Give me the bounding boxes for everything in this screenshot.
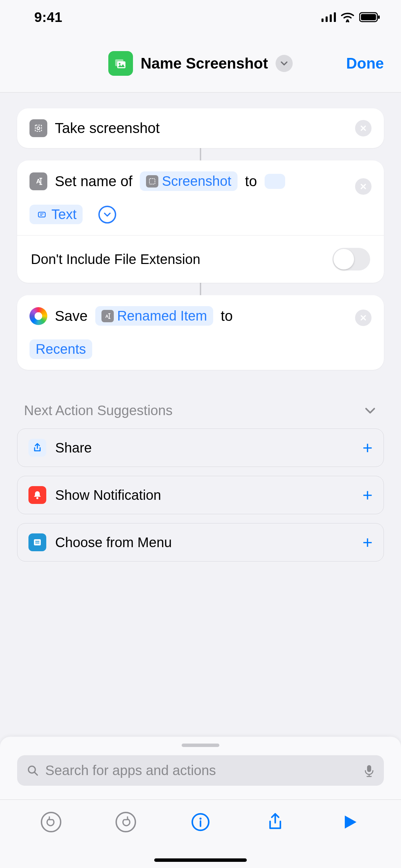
file-extension-toggle[interactable] [332, 248, 370, 270]
svg-rect-0 [321, 19, 324, 22]
svg-rect-3 [334, 12, 336, 22]
action-label: Take screenshot [55, 120, 160, 136]
redo-icon [120, 816, 132, 828]
screenshot-icon [29, 119, 47, 137]
status-bar: 9:41 [0, 0, 401, 34]
name-value-field[interactable] [265, 174, 285, 189]
suggestions-title: Next Action Suggestions [24, 403, 173, 418]
svg-line-30 [35, 772, 37, 775]
variable-label: Screenshot [162, 173, 231, 189]
screenshot-variable-icon [146, 175, 158, 188]
variable-screenshot-token[interactable]: Screenshot [140, 171, 237, 191]
cellular-icon [321, 12, 336, 22]
info-button[interactable] [189, 810, 212, 834]
shortcut-options-dropdown[interactable] [276, 55, 293, 72]
add-suggestion-button[interactable]: + [363, 438, 373, 458]
action-take-screenshot[interactable]: Take screenshot [17, 108, 384, 148]
svg-rect-7 [378, 15, 380, 19]
variable-text-token[interactable]: Text [29, 205, 83, 224]
svg-point-10 [119, 63, 121, 64]
suggestions-header[interactable]: Next Action Suggestions [17, 382, 384, 429]
drawer-handle[interactable] [182, 744, 219, 747]
close-icon [360, 314, 367, 321]
action-connector [200, 283, 201, 295]
chevron-down-icon [103, 210, 112, 219]
suggestion-label: Share [55, 440, 354, 456]
svg-rect-18 [38, 212, 45, 217]
option-file-extension-row: Don't Include File Extension [17, 236, 384, 283]
home-indicator[interactable] [154, 858, 247, 862]
share-shortcut-button[interactable] [263, 810, 287, 834]
svg-point-4 [347, 20, 349, 22]
rename-variable-icon: A [101, 310, 114, 322]
toggle-knob [333, 249, 354, 269]
search-icon [27, 764, 39, 777]
share-icon [267, 812, 284, 832]
svg-rect-1 [326, 16, 328, 22]
action-save-photo[interactable]: Save A Renamed Item to Recents [17, 295, 384, 370]
action-mid: to [245, 173, 257, 190]
play-icon [341, 813, 359, 831]
delete-action-button[interactable] [355, 120, 372, 136]
suggestion-label: Choose from Menu [55, 535, 354, 550]
suggestion-notification[interactable]: Show Notification + [17, 476, 384, 514]
search-field[interactable]: Search for apps and actions [17, 755, 384, 786]
microphone-icon[interactable] [364, 764, 374, 777]
redo-button[interactable] [114, 810, 138, 834]
destination-label: Recents [36, 341, 86, 357]
undo-button[interactable] [39, 810, 63, 834]
action-mid: to [221, 308, 233, 324]
suggestion-menu[interactable]: Choose from Menu + [17, 523, 384, 562]
bell-icon [28, 486, 46, 504]
variable-label: Renamed Item [117, 308, 207, 324]
status-time: 9:41 [34, 10, 62, 25]
wifi-icon [341, 12, 354, 22]
action-list: Take screenshot A Set name of Screenshot… [0, 93, 401, 562]
rename-icon: A [29, 172, 47, 190]
svg-rect-17 [149, 179, 155, 184]
variable-label: Text [51, 207, 76, 222]
photos-app-icon [29, 307, 47, 325]
svg-rect-11 [35, 125, 41, 131]
suggestion-label: Show Notification [55, 487, 354, 503]
undo-icon [45, 816, 57, 828]
bottom-toolbar [0, 799, 401, 868]
suggestion-share[interactable]: Share + [17, 429, 384, 467]
share-icon [28, 439, 46, 457]
close-icon [360, 183, 367, 190]
action-connector [200, 148, 201, 160]
close-icon [360, 125, 367, 132]
expand-options-button[interactable] [98, 206, 116, 224]
svg-rect-2 [330, 14, 332, 22]
svg-point-33 [199, 818, 202, 820]
done-button[interactable]: Done [346, 55, 384, 72]
svg-text:A: A [36, 178, 41, 185]
header: Name Screenshot Done [0, 34, 401, 93]
svg-rect-26 [34, 539, 41, 545]
chevron-down-icon [280, 59, 288, 68]
variable-renamed-item-token[interactable]: A Renamed Item [95, 306, 213, 326]
action-set-name[interactable]: A Set name of Screenshot to Text [17, 160, 384, 283]
add-suggestion-button[interactable]: + [363, 532, 373, 552]
action-prefix: Save [55, 308, 88, 324]
run-button[interactable] [338, 810, 362, 834]
option-label: Don't Include File Extension [31, 252, 200, 267]
status-indicators [321, 12, 380, 22]
delete-action-button[interactable] [355, 178, 372, 195]
text-variable-icon [36, 208, 48, 221]
header-title-group[interactable]: Name Screenshot [108, 51, 293, 76]
svg-point-12 [37, 127, 40, 130]
search-placeholder: Search for apps and actions [45, 763, 358, 778]
svg-rect-6 [361, 14, 376, 20]
action-search-drawer[interactable]: Search for apps and actions [0, 737, 401, 799]
menu-icon [28, 533, 46, 551]
action-prefix: Set name of [55, 173, 132, 190]
shortcut-title: Name Screenshot [141, 55, 268, 72]
chevron-down-icon [363, 404, 377, 418]
svg-rect-31 [367, 765, 371, 772]
destination-album-token[interactable]: Recents [29, 339, 92, 359]
add-suggestion-button[interactable]: + [363, 485, 373, 505]
delete-action-button[interactable] [355, 310, 372, 326]
svg-point-25 [36, 497, 38, 499]
svg-text:A: A [105, 314, 109, 319]
